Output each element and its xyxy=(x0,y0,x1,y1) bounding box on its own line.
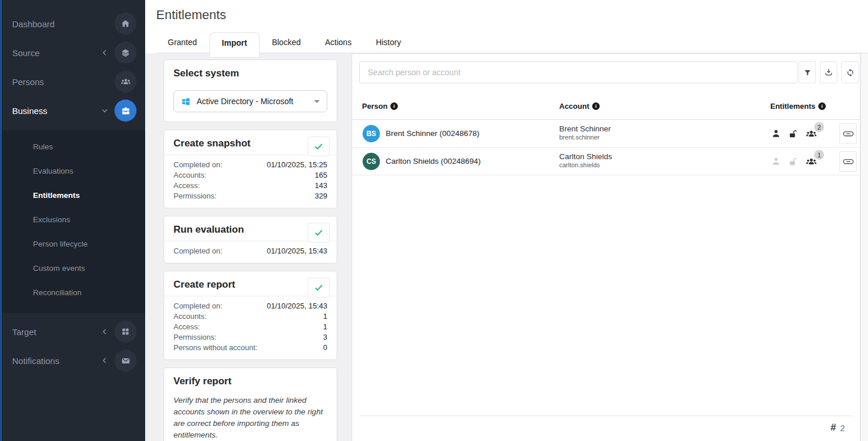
unlock-icon[interactable] xyxy=(788,157,798,167)
stat-label: Completed on: xyxy=(173,301,223,311)
download-button[interactable] xyxy=(820,61,837,83)
grid-icon[interactable] xyxy=(114,321,136,343)
main-area: Entitlements Granted Import Blocked Acti… xyxy=(145,0,868,441)
stat-row: Access:1 xyxy=(173,322,327,332)
check-icon xyxy=(313,141,324,152)
sidebar-item-business[interactable]: Business xyxy=(2,96,145,125)
stat-label: Accounts: xyxy=(173,311,206,322)
users-icon[interactable] xyxy=(114,71,136,93)
layers-icon[interactable] xyxy=(114,42,136,64)
card-title: Verify report xyxy=(173,376,231,387)
system-select-value: Active Directory - Microsoft xyxy=(197,97,314,106)
account-login: carlton.shields xyxy=(559,161,612,169)
stat-row: Accounts:165 xyxy=(173,170,327,181)
stat-label: Permissions: xyxy=(173,191,216,201)
check-icon xyxy=(313,282,324,293)
card-title: Create snapshot xyxy=(173,138,250,149)
stat-row: Completed on:01/10/2025, 15:43 xyxy=(173,246,327,256)
tab-actions[interactable]: Actions xyxy=(313,32,364,53)
tab-history[interactable]: History xyxy=(364,32,413,53)
submenu-item-exclusions[interactable]: Exclusions xyxy=(2,208,145,232)
refresh-icon xyxy=(846,68,855,77)
submenu-item-evaluations[interactable]: Evaluations xyxy=(2,159,145,183)
link-icon xyxy=(843,156,854,167)
business-submenu: Rules Evaluations Entitlements Exclusion… xyxy=(2,130,145,313)
refresh-button[interactable] xyxy=(841,61,859,83)
sidebar: Dashboard Source Persons Business Rules … xyxy=(0,0,145,441)
sidebar-item-dashboard[interactable]: Dashboard xyxy=(2,9,145,38)
search-input[interactable] xyxy=(359,61,797,83)
submenu-item-custom-events[interactable]: Custom events xyxy=(2,256,145,281)
link-account-button[interactable] xyxy=(839,123,857,144)
groups-entitlement[interactable]: 2 xyxy=(806,128,817,139)
verify-report-card: Verify report Verify that the persons an… xyxy=(164,368,337,441)
stat-value: 01/10/2025, 15:43 xyxy=(267,246,327,256)
stat-row: Permissions:3 xyxy=(173,332,327,343)
person-entitlement-icon[interactable] xyxy=(771,157,781,166)
filter-button[interactable] xyxy=(799,61,816,83)
column-label: Person xyxy=(362,102,387,111)
chevron-left-icon xyxy=(100,327,109,336)
tab-import[interactable]: Import xyxy=(209,32,260,57)
submenu-item-rules[interactable]: Rules xyxy=(2,135,145,159)
filter-icon xyxy=(803,68,812,77)
verify-report-description: Verify that the persons and their linked… xyxy=(164,392,337,441)
account-login: brent.schinner xyxy=(559,134,611,141)
info-icon[interactable]: i xyxy=(818,102,826,110)
create-report-card: Create report Completed on:01/10/2025, 1… xyxy=(164,271,337,360)
tab-granted[interactable]: Granted xyxy=(156,32,209,53)
sidebar-item-notifications[interactable]: Notifications xyxy=(2,346,145,375)
column-header-person: Person i xyxy=(362,92,398,120)
account-cell: Brent Schinner brent.schinner xyxy=(559,124,611,141)
stat-label: Persons without account: xyxy=(173,343,257,353)
caret-down-icon xyxy=(314,100,320,103)
table-row[interactable]: CS Carlton Shields (00248694) Carlton Sh… xyxy=(352,148,860,175)
column-header-account: Account i xyxy=(559,92,600,120)
sidebar-item-persons[interactable]: Persons xyxy=(2,67,145,96)
account-cell: Carlton Shields carlton.shields xyxy=(559,152,612,169)
scrollbar-track[interactable] xyxy=(860,53,868,441)
report-complete-check[interactable] xyxy=(308,278,330,297)
stat-value: 1 xyxy=(323,322,327,332)
tab-blocked[interactable]: Blocked xyxy=(260,32,313,53)
stat-value: 01/10/2025, 15:25 xyxy=(267,160,327,170)
unlock-icon[interactable] xyxy=(788,129,798,139)
groups-entitlement[interactable]: 1 xyxy=(806,156,817,167)
person-name: Carlton Shields (00248694) xyxy=(386,157,481,166)
stat-label: Completed on: xyxy=(173,246,223,256)
person-entitlement-icon[interactable] xyxy=(771,129,781,138)
entitlements-panel: Person i Account i Entitlements i BS Bre… xyxy=(352,53,860,441)
sidebar-item-label: Business xyxy=(12,106,47,116)
briefcase-icon[interactable] xyxy=(114,100,136,122)
evaluation-complete-check[interactable] xyxy=(308,223,330,242)
select-system-card: Select system Active Directory - Microso… xyxy=(164,60,337,122)
info-icon[interactable]: i xyxy=(592,102,600,110)
mail-icon[interactable] xyxy=(114,350,136,372)
chevron-left-icon xyxy=(100,356,109,365)
sidebar-item-label: Persons xyxy=(12,77,44,87)
info-icon[interactable]: i xyxy=(390,102,398,110)
submenu-item-person-lifecycle[interactable]: Person lifecycle xyxy=(2,232,145,256)
stat-value: 329 xyxy=(315,191,327,201)
avatar: CS xyxy=(363,153,380,170)
sidebar-item-source[interactable]: Source xyxy=(2,38,145,67)
stat-value: 3 xyxy=(323,332,327,343)
snapshot-complete-check[interactable] xyxy=(308,137,330,156)
stat-value: 143 xyxy=(315,181,327,191)
person-name: Brent Schinner (00248678) xyxy=(386,129,479,138)
submenu-item-entitlements[interactable]: Entitlements xyxy=(2,183,145,208)
stat-label: Completed on: xyxy=(173,160,223,170)
workflow-column: Select system Active Directory - Microso… xyxy=(164,60,337,441)
entitlement-count-badge: 1 xyxy=(814,150,824,160)
page-title: Entitlements xyxy=(156,8,226,23)
entitlement-count-badge: 2 xyxy=(814,122,824,132)
stat-row: Completed on:01/10/2025, 15:25 xyxy=(173,160,327,170)
link-account-button[interactable] xyxy=(839,151,857,172)
table-row[interactable]: BS Brent Schinner (00248678) Brent Schin… xyxy=(352,120,860,148)
system-select[interactable]: Active Directory - Microsoft xyxy=(173,90,327,112)
card-title: Run evaluation xyxy=(173,224,244,235)
column-label: Entitlements xyxy=(770,102,815,111)
submenu-item-reconciliation[interactable]: Reconciliation xyxy=(2,281,145,305)
sidebar-item-target[interactable]: Target xyxy=(2,317,145,346)
home-icon[interactable] xyxy=(114,13,136,35)
